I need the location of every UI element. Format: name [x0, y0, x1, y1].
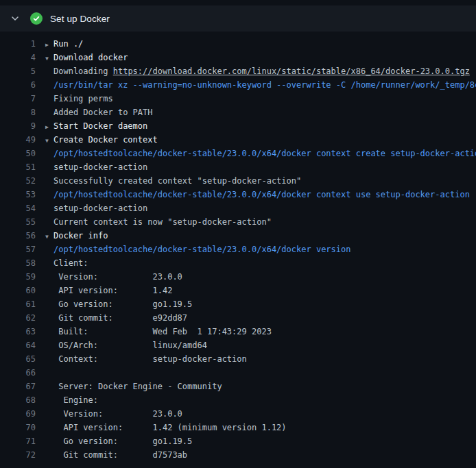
line-number[interactable]: 62: [0, 311, 36, 325]
line-content: Context: setup-docker-action: [36, 352, 247, 366]
line-content: setup-docker-action: [36, 160, 147, 174]
check-circle-icon: [30, 12, 43, 25]
step-header[interactable]: Set up Docker: [0, 5, 476, 32]
log-text: Successfully created context "setup-dock…: [53, 176, 301, 186]
log-row: 70 API version: 1.42 (minimum version 1.…: [0, 421, 476, 434]
log-text: Server: Docker Engine - Community: [53, 382, 222, 391]
line-content: Fixing perms: [36, 92, 113, 106]
line-number[interactable]: 59: [0, 270, 36, 284]
line-number[interactable]: 60: [0, 284, 36, 297]
log-row: 54setup-docker-action: [0, 201, 476, 215]
log-group-row[interactable]: 56▼Docker info: [0, 229, 476, 243]
line-number[interactable]: 57: [0, 243, 36, 256]
line-content: setup-docker-action: [36, 201, 147, 215]
line-number[interactable]: 52: [0, 174, 36, 188]
line-number[interactable]: 58: [0, 256, 36, 270]
log-row: 59 Version: 23.0.0: [0, 270, 476, 284]
group-label: Start Docker daemon: [53, 121, 147, 131]
group-expanded-icon: ▼: [45, 134, 53, 147]
log-group-row[interactable]: 1▶Run ./: [0, 37, 476, 51]
line-number[interactable]: 61: [0, 297, 36, 311]
log-text: Fixing perms: [53, 94, 113, 103]
line-number[interactable]: 1: [0, 37, 36, 51]
log-text: API version: 1.42: [53, 286, 172, 295]
log-row: 60 API version: 1.42: [0, 284, 476, 297]
log-row: 68 Engine:: [0, 393, 476, 407]
line-number[interactable]: 71: [0, 434, 36, 448]
line-number[interactable]: 67: [0, 380, 36, 393]
log-row: 53/opt/hostedtoolcache/docker-stable/23.…: [0, 188, 476, 201]
line-content: Git commit: e92dd87: [36, 311, 187, 325]
line-number[interactable]: 54: [0, 201, 36, 215]
line-number[interactable]: 64: [0, 338, 36, 352]
log-text: Git commit: e92dd87: [53, 313, 187, 323]
line-number[interactable]: 50: [0, 147, 36, 160]
line-number[interactable]: 53: [0, 188, 36, 201]
line-number[interactable]: 9: [0, 119, 36, 133]
line-content: /opt/hostedtoolcache/docker-stable/23.0.…: [36, 147, 476, 160]
line-number[interactable]: 72: [0, 448, 36, 462]
chevron-down-icon[interactable]: [10, 13, 21, 24]
line-number[interactable]: 70: [0, 421, 36, 434]
line-content: Client:: [36, 256, 88, 270]
line-number[interactable]: 55: [0, 215, 36, 229]
group-label: Download docker: [53, 53, 128, 62]
line-content: API version: 1.42: [36, 284, 172, 297]
log-link[interactable]: https://download.docker.com/linux/static…: [113, 66, 470, 76]
line-number[interactable]: 8: [0, 106, 36, 119]
command-text: /opt/hostedtoolcache/docker-stable/23.0.…: [53, 149, 476, 158]
line-content: Go version: go1.19.5: [36, 434, 192, 448]
github-actions-log: Set up Docker 1▶Run ./4▼Download docker5…: [0, 0, 476, 468]
line-content: Version: 23.0.0: [36, 270, 182, 284]
log-text: Current context is now "setup-docker-act…: [53, 217, 272, 227]
log-text: Version: 23.0.0: [53, 409, 182, 419]
log-row: 58Client:: [0, 256, 476, 270]
line-number[interactable]: 68: [0, 393, 36, 407]
line-content: Downloading https://download.docker.com/…: [36, 64, 470, 78]
log-row: 67 Server: Docker Engine - Community: [0, 380, 476, 393]
line-number[interactable]: 4: [0, 51, 36, 64]
log-text: Built: Wed Feb 1 17:43:29 2023: [53, 327, 272, 336]
line-content: Current context is now "setup-docker-act…: [36, 215, 272, 229]
line-number[interactable]: 5: [0, 64, 36, 78]
line-content: Version: 23.0.0: [36, 407, 182, 421]
line-number[interactable]: 69: [0, 407, 36, 421]
line-content: /opt/hostedtoolcache/docker-stable/23.0.…: [36, 188, 470, 201]
log-text: Version: 23.0.0: [53, 272, 182, 282]
line-number[interactable]: 63: [0, 325, 36, 338]
line-number[interactable]: 49: [0, 133, 36, 147]
line-content: /usr/bin/tar xz --warning=no-unknown-key…: [36, 78, 476, 92]
group-label: Docker info: [53, 231, 108, 241]
line-content: API version: 1.42 (minimum version 1.12): [36, 421, 287, 434]
group-collapsed-icon: ▶: [45, 121, 53, 133]
log-row: 66: [0, 366, 476, 380]
log-group-row[interactable]: 49▼Create Docker context: [0, 133, 476, 147]
line-number[interactable]: 6: [0, 78, 36, 92]
log-text: Git commit: d7573ab: [53, 450, 187, 460]
log-row: 50/opt/hostedtoolcache/docker-stable/23.…: [0, 147, 476, 160]
log-row: 5Downloading https://download.docker.com…: [0, 64, 476, 78]
line-number[interactable]: 56: [0, 229, 36, 243]
line-number[interactable]: 7: [0, 92, 36, 106]
log-row: 61 Go version: go1.19.5: [0, 297, 476, 311]
line-content: Server: Docker Engine - Community: [36, 380, 222, 393]
log-row: 55Current context is now "setup-docker-a…: [0, 215, 476, 229]
line-content: OS/Arch: linux/amd64: [36, 338, 207, 352]
log-group-row[interactable]: 9▶Start Docker daemon: [0, 119, 476, 133]
log-row: 64 OS/Arch: linux/amd64: [0, 338, 476, 352]
command-text: /usr/bin/tar xz --warning=no-unknown-key…: [53, 80, 476, 90]
log-text: Engine:: [53, 395, 98, 405]
log-row: 8Added Docker to PATH: [0, 106, 476, 119]
log-row: 72 Git commit: d7573ab: [0, 448, 476, 462]
group-label: Run ./: [53, 39, 83, 49]
log-text: Go version: go1.19.5: [53, 436, 192, 446]
log-group-row[interactable]: 4▼Download docker: [0, 51, 476, 64]
line-content: ▼Create Docker context: [36, 133, 158, 147]
line-number[interactable]: 66: [0, 366, 36, 380]
line-number[interactable]: 65: [0, 352, 36, 366]
line-number[interactable]: 51: [0, 160, 36, 174]
log-row: 51setup-docker-action: [0, 160, 476, 174]
log-row: 57/opt/hostedtoolcache/docker-stable/23.…: [0, 243, 476, 256]
log-text: Context: setup-docker-action: [53, 354, 247, 364]
log-text: API version: 1.42 (minimum version 1.12): [53, 423, 287, 432]
